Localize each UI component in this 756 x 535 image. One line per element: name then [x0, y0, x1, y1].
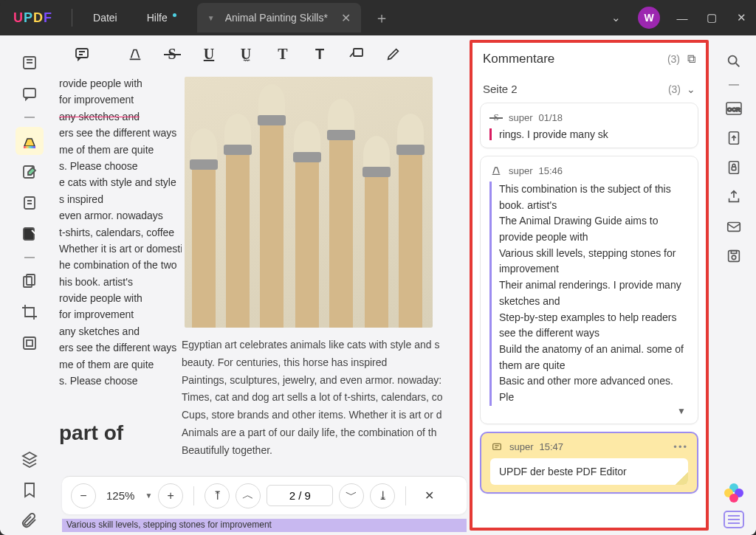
svg-rect-18 [732, 167, 736, 170]
comment-quote: This combination is the subject of this … [489, 182, 689, 406]
note-annotation-icon[interactable] [65, 39, 99, 69]
titlebar-dropdown-icon[interactable]: ⌄ [601, 3, 630, 32]
layers-icon[interactable] [16, 445, 44, 473]
attachment-icon[interactable] [16, 507, 44, 535]
svg-rect-19 [728, 223, 740, 232]
app-logo: UPDF [0, 10, 66, 26]
underline-icon[interactable]: U [192, 39, 226, 69]
comments-panel: Kommentare (3) ⧉ Seite 2 (3) ⌄ S super 0… [470, 40, 709, 531]
comment-note-body: UPDF der beste PDF Editor [490, 458, 688, 485]
convert-icon[interactable] [721, 125, 746, 151]
zoom-out-button[interactable]: − [71, 483, 96, 508]
document-heading: part of [59, 417, 182, 450]
ocr-icon[interactable]: OCR [721, 96, 746, 121]
highlight-tool-icon[interactable] [16, 127, 44, 155]
fill-sign-icon[interactable] [16, 220, 44, 248]
comments-title: Kommentare [483, 52, 554, 66]
comment-quote: rings. I provide many sk [489, 128, 689, 140]
strikethrough-icon[interactable]: S [155, 39, 189, 69]
strikethrough-icon: S [489, 111, 503, 124]
email-icon[interactable] [721, 214, 746, 239]
tab-close-icon[interactable]: ✕ [341, 11, 351, 25]
zoom-in-button[interactable]: + [158, 483, 183, 508]
search-icon[interactable] [721, 49, 746, 74]
page-tool-icon[interactable] [16, 189, 44, 217]
highlighter-icon [489, 164, 503, 177]
tab-title: Animal Painting Skills* [225, 12, 328, 24]
comments-section-header[interactable]: Seite 2 (3) ⌄ [472, 75, 706, 103]
comment-card[interactable]: super 15:46 This combination is the subj… [480, 156, 698, 424]
comment-note-card[interactable]: super 15:47 ••• UPDF der beste PDF Edito… [480, 432, 698, 494]
popout-icon[interactable]: ⧉ [687, 52, 695, 66]
next-page-button[interactable]: ﹀ [339, 483, 364, 508]
prev-page-button[interactable]: ︿ [236, 483, 261, 508]
callout-icon[interactable] [340, 39, 374, 69]
user-avatar[interactable]: W [638, 7, 660, 29]
left-sidebar [0, 35, 59, 535]
chevron-down-icon[interactable]: ⌄ [687, 83, 695, 95]
svg-rect-17 [729, 162, 739, 174]
svg-text:OCR: OCR [727, 106, 740, 113]
text-box-icon[interactable]: T [303, 39, 337, 69]
svg-point-13 [729, 56, 737, 64]
document-tab[interactable]: ▼ Animal Painting Skills* ✕ [197, 3, 361, 32]
page-input[interactable] [267, 485, 333, 506]
comment-card[interactable]: S super 01/18 rings. I provide many sk [480, 103, 698, 148]
svg-rect-12 [493, 443, 501, 449]
protect-icon[interactable] [721, 155, 746, 180]
titlebar: UPDF Datei Hilfe ▼ Animal Painting Skill… [0, 0, 756, 35]
comment-mode-icon[interactable] [16, 80, 44, 108]
expand-comment-icon[interactable]: ▼ [489, 406, 689, 416]
tab-dropdown-icon[interactable]: ▼ [207, 14, 215, 22]
organize-pages-icon[interactable] [16, 267, 44, 295]
pencil-icon[interactable] [377, 39, 410, 69]
reader-mode-icon[interactable] [16, 49, 44, 77]
squiggly-icon[interactable]: U〰 [229, 39, 263, 69]
compress-tool-icon[interactable] [16, 329, 44, 357]
last-page-button[interactable]: ⤓ [370, 483, 395, 508]
bookmark-icon[interactable] [16, 476, 44, 504]
crop-tool-icon[interactable] [16, 298, 44, 326]
right-sidebar: OCR [712, 35, 756, 535]
edit-tool-icon[interactable] [16, 158, 44, 186]
menu-help[interactable]: Hilfe [132, 12, 182, 24]
first-page-button[interactable]: ⤒ [205, 483, 230, 508]
svg-rect-1 [24, 89, 35, 97]
svg-rect-9 [27, 340, 32, 346]
window-close-button[interactable]: ✕ [726, 3, 756, 32]
menu-file[interactable]: Datei [78, 12, 132, 24]
svg-rect-10 [76, 49, 88, 58]
highlight-strip: Various skill levels, stepping stones fo… [62, 519, 467, 532]
page-navigator: − 125% ▼ + ⤒ ︿ ﹀ ⤓ ✕ [62, 476, 467, 514]
svg-rect-22 [731, 251, 736, 254]
text-tool-icon[interactable]: T [266, 39, 300, 69]
comment-menu-icon[interactable]: ••• [673, 441, 688, 452]
new-tab-button[interactable]: ＋ [374, 8, 389, 28]
comments-total-count: (3) [667, 53, 680, 65]
note-icon [490, 441, 504, 454]
save-icon[interactable] [721, 244, 746, 269]
svg-point-21 [732, 255, 736, 260]
svg-rect-2 [24, 146, 35, 148]
zoom-level: 125% [102, 489, 139, 502]
close-pager-button[interactable]: ✕ [416, 483, 441, 508]
zoom-dropdown-icon[interactable]: ▼ [145, 491, 152, 500]
svg-rect-4 [24, 197, 35, 209]
highlighter-icon[interactable] [118, 39, 152, 69]
document-image [185, 77, 433, 328]
document-paragraph: Egyptian art celebrates animals like cat… [182, 328, 443, 460]
svg-rect-5 [24, 228, 34, 240]
share-icon[interactable] [721, 184, 746, 210]
window-minimize-button[interactable]: — [667, 3, 697, 32]
svg-rect-11 [354, 49, 362, 56]
annotation-toolbar: S U U〰 T T [59, 35, 470, 72]
window-maximize-button[interactable]: ▢ [697, 3, 726, 32]
updf-flower-icon[interactable] [721, 480, 746, 505]
document-text-left: rovide people with for improvement any s… [59, 72, 182, 472]
svg-rect-8 [24, 337, 35, 349]
comments-toggle-icon[interactable] [721, 510, 746, 535]
document-viewport[interactable]: rovide people with for improvement any s… [59, 72, 470, 472]
